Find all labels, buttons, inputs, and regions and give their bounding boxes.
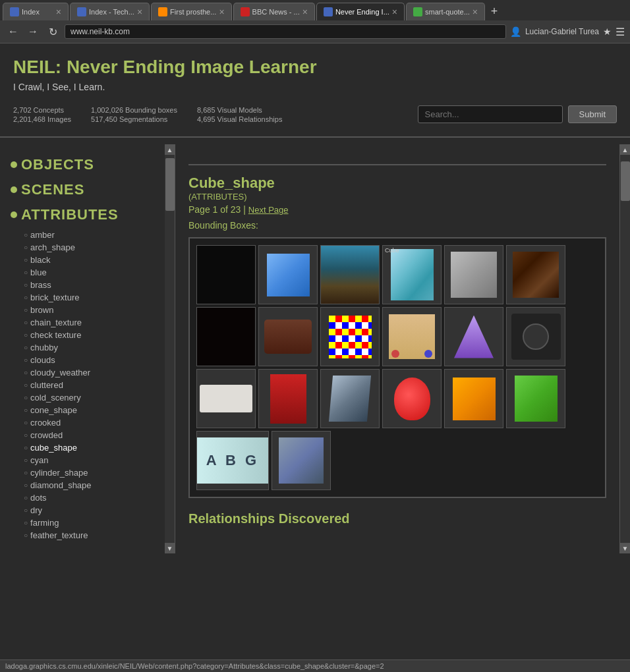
cube-img-purple bbox=[454, 316, 494, 358]
pagination: Page 1 of 23 | Next Page bbox=[188, 204, 606, 215]
image-cell-17[interactable] bbox=[444, 369, 503, 428]
image-cell-4[interactable]: Cube bbox=[382, 245, 442, 304]
nav-item-cluttered[interactable]: cluttered bbox=[24, 379, 154, 391]
new-tab-button[interactable]: + bbox=[486, 4, 502, 20]
sidebar-scrollbar[interactable]: ▲ ▼ bbox=[165, 144, 175, 553]
menu-icon[interactable]: ☰ bbox=[616, 26, 625, 38]
cube-img-toy bbox=[515, 376, 558, 422]
image-cell-6[interactable] bbox=[506, 245, 565, 304]
nav-item-amber[interactable]: amber bbox=[24, 229, 154, 241]
nav-item-crooked[interactable]: crooked bbox=[24, 416, 154, 429]
stat-images: 2,201,468 Images bbox=[13, 115, 71, 123]
attributes-link[interactable]: (ATTRIBUTES) bbox=[188, 192, 247, 202]
nav-item-cloudy-weather[interactable]: cloudy_weather bbox=[24, 366, 154, 379]
image-cell-1[interactable] bbox=[196, 245, 256, 304]
cube-img-apple bbox=[394, 378, 430, 420]
nav-item-cube-shape[interactable]: cube_shape bbox=[24, 441, 154, 454]
browser-chrome: Index × Index - Tech... × First prosthe.… bbox=[0, 0, 630, 43]
tab-index-tech[interactable]: Index - Tech... × bbox=[70, 3, 150, 20]
submit-button[interactable]: Submit bbox=[568, 105, 617, 123]
nav-item-cylinder-shape[interactable]: cylinder_shape bbox=[24, 466, 154, 479]
nav-item-crowded[interactable]: crowded bbox=[24, 429, 154, 441]
tab-close-icon[interactable]: × bbox=[392, 7, 397, 17]
page-scroll-up[interactable]: ▲ bbox=[620, 144, 630, 155]
page-scroll-down[interactable]: ▼ bbox=[620, 543, 630, 553]
nav-item-check-texture[interactable]: check texture bbox=[24, 329, 154, 341]
scroll-thumb[interactable] bbox=[165, 158, 175, 211]
back-button[interactable]: ← bbox=[5, 24, 21, 40]
tab-favicon bbox=[324, 7, 333, 16]
nav-item-diamond-shape[interactable]: diamond_shape bbox=[24, 479, 154, 491]
image-cell-9[interactable] bbox=[320, 307, 380, 366]
image-cell-3[interactable] bbox=[320, 245, 380, 304]
tab-index[interactable]: Index × bbox=[3, 3, 69, 20]
pagination-separator: | bbox=[243, 204, 248, 215]
image-cell-10[interactable] bbox=[382, 307, 442, 366]
image-cell-18[interactable] bbox=[506, 369, 565, 428]
stat-concepts: 2,702 Concepts bbox=[13, 106, 71, 114]
stats-cols: 2,702 Concepts 2,201,468 Images 1,002,02… bbox=[13, 106, 282, 123]
nav-item-brown[interactable]: brown bbox=[24, 304, 154, 316]
divider bbox=[0, 136, 630, 138]
page-scrollbar[interactable]: ▲ ▼ bbox=[619, 144, 630, 553]
nav-item-feather-texture[interactable]: feather_texture bbox=[24, 529, 154, 542]
scenes-dot bbox=[11, 186, 17, 193]
image-cell-8[interactable] bbox=[258, 307, 318, 366]
nav-item-chain-texture[interactable]: chain_texture bbox=[24, 316, 154, 329]
forward-button[interactable]: → bbox=[25, 24, 41, 40]
nav-item-dots[interactable]: dots bbox=[24, 491, 154, 504]
scroll-up-button[interactable]: ▲ bbox=[165, 144, 175, 155]
nav-item-farming[interactable]: farming bbox=[24, 517, 154, 529]
tab-label: smart-quote... bbox=[425, 8, 470, 16]
tab-close-icon[interactable]: × bbox=[137, 7, 142, 17]
tab-prosthe[interactable]: First prosthe... × bbox=[151, 3, 231, 20]
tab-smart-quote[interactable]: smart-quote... × bbox=[406, 3, 485, 20]
image-cell-7[interactable] bbox=[196, 307, 256, 366]
nav-item-arch-shape[interactable]: arch_shape bbox=[24, 241, 154, 254]
image-cell-13[interactable] bbox=[196, 369, 256, 428]
nav-item-clouds[interactable]: clouds bbox=[24, 354, 154, 366]
image-cell-5[interactable] bbox=[444, 245, 503, 304]
image-cell-16[interactable] bbox=[382, 369, 442, 428]
tab-close-icon[interactable]: × bbox=[219, 7, 224, 17]
attributes-category[interactable]: ATTRIBUTES bbox=[11, 206, 154, 223]
image-cell-2[interactable] bbox=[258, 245, 318, 304]
nav-item-brick-texture[interactable]: brick_texture bbox=[24, 291, 154, 304]
search-input[interactable] bbox=[418, 105, 563, 123]
tab-neil[interactable]: Never Ending I... × bbox=[316, 3, 405, 20]
bounding-boxes-label: Bounding Boxes: bbox=[188, 220, 606, 231]
tab-close-icon[interactable]: × bbox=[302, 7, 308, 17]
image-cell-15[interactable] bbox=[320, 369, 380, 428]
page-scroll-thumb[interactable] bbox=[621, 161, 630, 201]
nav-section: OBJECTS SCENES ATTRIBUTES amber arch_sha… bbox=[0, 151, 165, 547]
scroll-down-button[interactable]: ▼ bbox=[165, 543, 175, 553]
nav-item-black[interactable]: black bbox=[24, 254, 154, 266]
scenes-category[interactable]: SCENES bbox=[11, 181, 154, 198]
image-cell-12[interactable] bbox=[506, 307, 565, 366]
objects-category[interactable]: OBJECTS bbox=[11, 156, 154, 173]
image-cell-14[interactable] bbox=[258, 369, 318, 428]
next-page-link[interactable]: Next Page bbox=[248, 205, 289, 215]
image-cell-11[interactable] bbox=[444, 307, 503, 366]
stat-group-right: 8,685 Visual Models 4,695 Visual Relatio… bbox=[197, 106, 282, 123]
cube-img-brown bbox=[513, 252, 559, 298]
tab-label: Never Ending I... bbox=[335, 8, 389, 16]
nav-item-blue[interactable]: blue bbox=[24, 266, 154, 279]
tab-close-icon[interactable]: × bbox=[56, 7, 61, 17]
cube-img-dark bbox=[197, 246, 255, 304]
reload-button[interactable]: ↻ bbox=[45, 24, 61, 40]
tab-close-icon[interactable]: × bbox=[472, 7, 478, 17]
nav-item-brass[interactable]: brass bbox=[24, 279, 154, 291]
nav-item-cyan[interactable]: cyan bbox=[24, 454, 154, 466]
scroll-track bbox=[165, 155, 175, 543]
cube-label: Cube bbox=[385, 247, 399, 254]
nav-item-dry[interactable]: dry bbox=[24, 504, 154, 517]
url-input[interactable] bbox=[65, 24, 506, 39]
nav-item-cold-scenery[interactable]: cold_scenery bbox=[24, 391, 154, 404]
image-cell-20[interactable] bbox=[272, 431, 331, 490]
nav-item-chubby[interactable]: chubby bbox=[24, 341, 154, 354]
tab-bbc[interactable]: BBC News - ... × bbox=[233, 3, 315, 20]
image-cell-19[interactable]: A B G bbox=[196, 431, 269, 490]
cube-img-mirror bbox=[329, 376, 371, 422]
nav-item-cone-shape[interactable]: cone_shape bbox=[24, 404, 154, 416]
